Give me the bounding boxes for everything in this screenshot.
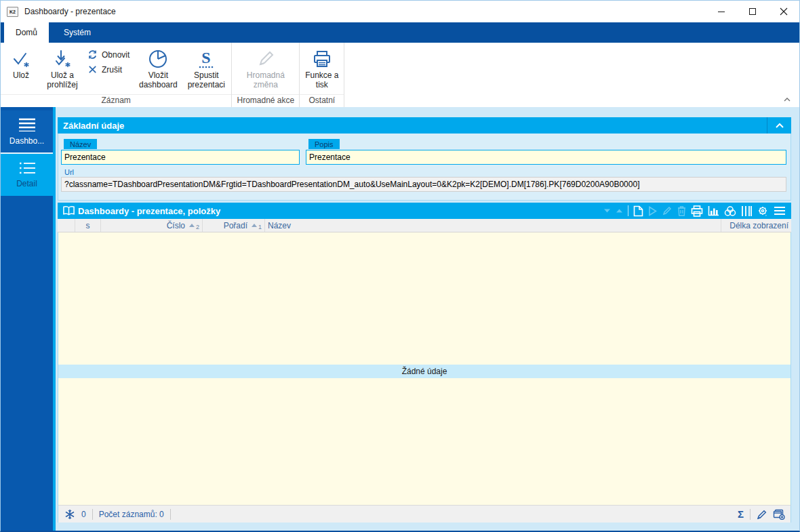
print-grid-button[interactable] [691, 205, 703, 217]
cancel-button[interactable]: Zrušit [87, 64, 129, 75]
small-button-stack: Obnovit Zrušit [85, 44, 134, 75]
grid-toolbar [603, 205, 791, 217]
grid-panel-title: Dashboardy - prezentace, položky [78, 206, 220, 216]
basic-panel-title: Základní údaje [58, 121, 124, 131]
sum-button[interactable]: Σ [738, 508, 744, 520]
functions-print-button[interactable]: Funkce a tisk [301, 44, 342, 90]
tab-system[interactable]: Systém [52, 22, 102, 43]
statusbar-separator [92, 509, 93, 520]
basic-data-panel: Základní údaje Název Popis [58, 117, 791, 201]
column-header-marker[interactable] [58, 219, 75, 232]
grid-column-headers: s Číslo 2 Pořadí 1 Název Délka zobrazení [58, 219, 791, 232]
save-and-view-label: Ulož a prohlížej [40, 71, 85, 90]
detail-list-icon [18, 162, 36, 174]
close-icon [780, 7, 788, 16]
window-title: Dashboardy - prezentace [24, 7, 116, 16]
maximize-icon [748, 7, 757, 16]
minimize-button[interactable] [706, 1, 737, 22]
ribbon: Ulož Ulož a prohlížej Obnovit [1, 43, 799, 107]
sort-asc-icon [189, 224, 195, 227]
collapse-panel-button[interactable] [767, 117, 791, 134]
sidebar: Dashbo... Detail [1, 107, 56, 531]
sidebar-item-label: Dashbo... [9, 136, 44, 146]
run-presentation-button[interactable]: S Spustit prezentaci [182, 44, 230, 90]
column-header-cislo[interactable]: Číslo 2 [101, 219, 203, 232]
svg-text:S: S [202, 49, 211, 66]
new-record-button[interactable] [633, 205, 643, 217]
delete-record-button [677, 205, 686, 216]
printer-icon [312, 47, 332, 71]
refresh-button[interactable]: Obnovit [87, 49, 129, 60]
record-count: Počet záznamů: 0 [99, 510, 164, 519]
reports-button[interactable] [724, 205, 736, 217]
description-input[interactable] [306, 150, 786, 165]
app-window: K2 Dashboardy - prezentace Domů Systém [0, 0, 800, 532]
save-button[interactable]: Ulož [2, 44, 40, 81]
tab-domu[interactable]: Domů [4, 22, 49, 43]
chevron-up-icon [783, 97, 791, 102]
sidebar-item-dashboardy[interactable]: Dashbo... [1, 110, 53, 154]
cancel-label: Zrušit [102, 65, 122, 75]
empty-data-message: Žádné údaje [58, 365, 791, 378]
chart-button[interactable] [708, 205, 719, 216]
refresh-icon [87, 49, 98, 60]
add-form-button[interactable] [773, 509, 785, 520]
sidebar-item-detail[interactable]: Detail [1, 154, 53, 196]
grid-menu-button[interactable] [774, 206, 786, 216]
group-label-hromadne-akce: Hromadné akce [232, 94, 299, 107]
locked-count: 0 [81, 510, 86, 519]
functions-print-label: Funkce a tisk [301, 71, 342, 90]
insert-dashboard-button[interactable]: Vložit dashboard [134, 44, 182, 90]
name-field-label: Název [64, 139, 97, 149]
column-header-nazev[interactable]: Název [265, 219, 721, 232]
sort-asc-icon [252, 224, 257, 227]
basic-panel-body: Název Popis Url [58, 134, 791, 201]
group-label-ostatni: Ostatní [300, 94, 344, 107]
save-check-icon [11, 47, 31, 71]
refresh-label: Obnovit [102, 50, 129, 60]
url-field-group: Url [61, 168, 786, 192]
run-presentation-label: Spustit prezentaci [182, 71, 230, 90]
bulk-change-button: Hromadná změna [235, 44, 297, 90]
chevron-up-icon [775, 123, 784, 129]
window-controls [706, 1, 799, 22]
toolbar-separator [628, 205, 628, 216]
move-up-button [616, 208, 623, 213]
snowflake-icon [64, 509, 75, 520]
column-header-delka-zobrazeni[interactable]: Délka zobrazení [721, 219, 791, 232]
save-and-view-button[interactable]: Ulož a prohlížej [40, 44, 85, 90]
cancel-x-icon [87, 64, 98, 75]
columns-button[interactable] [741, 205, 752, 217]
group-label-zaznam: Záznam [1, 94, 231, 107]
grid-status-bar: 0 Počet záznamů: 0 Σ [58, 505, 791, 523]
url-input[interactable] [61, 177, 786, 192]
bulk-edit-pencil-icon [256, 47, 276, 71]
bulk-change-label: Hromadná změna [235, 71, 297, 90]
menu-bars-icon [18, 118, 36, 131]
ribbon-collapse-button[interactable] [783, 93, 791, 105]
description-field-label: Popis [308, 139, 340, 149]
grid-body[interactable]: Žádné údaje [58, 232, 791, 505]
close-button[interactable] [768, 1, 799, 22]
name-field-group: Název [61, 138, 300, 165]
move-down-button [603, 208, 611, 213]
sort-order-badge: 2 [196, 224, 199, 230]
column-header-poradi[interactable]: Pořadí 1 [203, 219, 265, 232]
ribbon-group-ostatni: Funkce a tisk Ostatní [300, 43, 344, 107]
name-input[interactable] [61, 150, 300, 165]
description-field-group: Popis [306, 138, 786, 165]
statusbar-separator [170, 509, 171, 520]
maximize-button[interactable] [737, 1, 768, 22]
minimize-icon [717, 7, 725, 16]
pie-chart-icon [147, 47, 169, 71]
grid-panel-header: Dashboardy - prezentace, položky [58, 203, 791, 219]
column-header-s[interactable]: s [75, 219, 101, 232]
url-field-label: Url [64, 168, 786, 176]
save-view-icon [52, 47, 73, 71]
settings-gear-button[interactable] [757, 205, 769, 217]
quick-edit-button[interactable] [757, 509, 767, 520]
sidebar-item-label: Detail [16, 179, 37, 188]
sort-order-badge: 1 [258, 224, 262, 230]
statusbar-separator [750, 509, 751, 520]
basic-panel-header: Základní údaje [58, 117, 791, 134]
